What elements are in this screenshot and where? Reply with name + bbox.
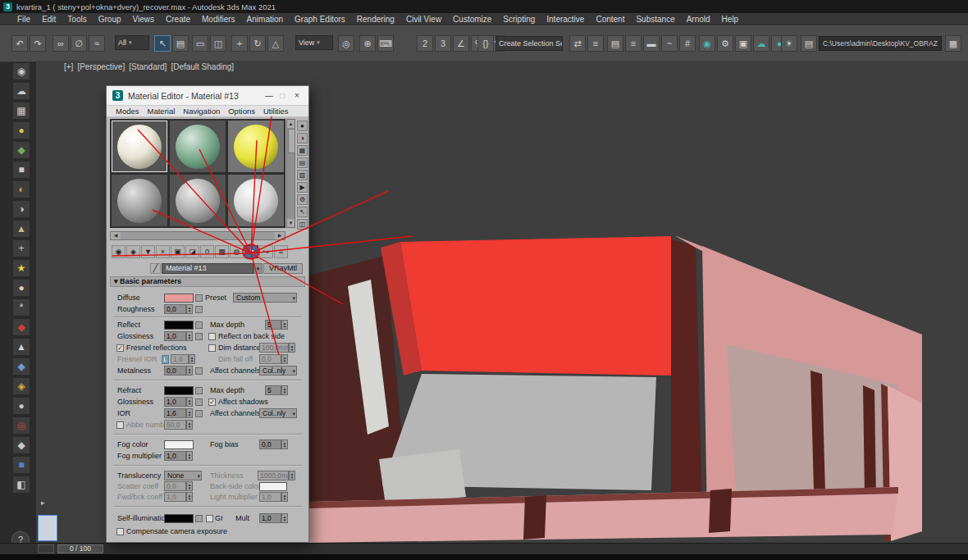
left-toolbar-icon-14[interactable]: ◆ [12, 318, 30, 336]
scroll-up-icon[interactable]: ▲ [287, 120, 295, 128]
fresnel-reflections-checkbox[interactable] [116, 344, 124, 352]
roughness-map-button[interactable] [195, 306, 203, 313]
viewport-plus-menu[interactable]: [+] [64, 62, 73, 71]
angle-snap-icon[interactable]: ∠ [453, 35, 469, 52]
left-toolbar-icon-16[interactable]: ◆ [12, 357, 30, 376]
fwd-bck-coeff-field[interactable]: 1,0 [164, 492, 186, 502]
select-object-icon[interactable]: ↖ [154, 35, 171, 52]
video-color-check-icon[interactable]: ▥ [297, 170, 308, 180]
reflect-glossiness-spinner[interactable]: ▴▾ [186, 331, 193, 341]
me-menu-material[interactable]: Material [144, 107, 180, 116]
metalness-field[interactable]: 0,0 [164, 366, 186, 376]
ior-field[interactable]: 1,6 [164, 408, 186, 418]
menu-tools[interactable]: Tools [62, 15, 92, 24]
project-path-field[interactable]: C:\Users\admin\Desktop\KV_OBRAZ [819, 36, 942, 51]
self-illumination-swatch[interactable] [164, 514, 194, 523]
left-toolbar-icon-7[interactable]: ◐ [12, 180, 30, 198]
abbe-number-spinner[interactable]: ▴▾ [186, 420, 193, 430]
dim-distance-spinner[interactable]: ▴▾ [289, 343, 295, 353]
metalness-spinner[interactable]: ▴▾ [186, 366, 193, 376]
reflect-map-button[interactable] [195, 321, 203, 329]
keyboard-override-icon[interactable]: ⌨ [377, 35, 394, 52]
reference-coordinate-dropdown[interactable]: View▾ [295, 35, 333, 50]
time-slider-handle[interactable]: 0 / 100 [57, 544, 103, 553]
sample-vertical-scrollbar[interactable]: ▲ ▼ [286, 119, 295, 228]
get-material-icon[interactable]: ◉ [112, 245, 126, 258]
material-sample-slot-3[interactable] [228, 121, 284, 172]
menu-animation[interactable]: Animation [241, 15, 289, 24]
thickness-spinner[interactable]: ▴▾ [289, 471, 295, 480]
refract-max-depth-field[interactable]: 5 [265, 385, 281, 395]
fog-color-swatch[interactable] [164, 440, 194, 449]
select-by-material-icon[interactable]: ↖ [297, 207, 308, 217]
refract-map-button[interactable] [195, 387, 203, 394]
fog-multiplier-spinner[interactable]: ▴▾ [186, 451, 193, 461]
refract-glossiness-field[interactable]: 1,0 [164, 397, 186, 407]
material-type-button[interactable]: VRayMtl [263, 263, 303, 274]
left-toolbar-icon-11[interactable]: ★ [12, 259, 30, 277]
left-toolbar-icon-22[interactable]: ◧ [12, 476, 30, 494]
show-end-result-icon[interactable]: ◍ [230, 245, 244, 258]
refract-glossiness-spinner[interactable]: ▴▾ [186, 397, 193, 407]
selection-set-dropdown[interactable]: Create Selection Se▾ [495, 36, 563, 51]
window-crossing-icon[interactable]: ◫ [210, 35, 226, 52]
select-and-manipulate-icon[interactable]: ⊕ [359, 35, 376, 52]
menu-modifiers[interactable]: Modifiers [196, 15, 241, 24]
menu-create[interactable]: Create [160, 15, 196, 24]
rendered-frame-icon[interactable]: ▣ [735, 35, 751, 52]
fresnel-ior-field[interactable]: 1,6 [171, 354, 189, 364]
left-toolbar-icon-18[interactable]: ● [12, 397, 30, 415]
go-to-parent-icon[interactable]: ↪ [259, 245, 273, 258]
scroll-left-icon[interactable]: ◀ [111, 232, 121, 239]
affect-shadows-checkbox[interactable] [208, 398, 216, 406]
dim-fall-off-spinner[interactable]: ▴▾ [281, 354, 288, 364]
lighting-analysis-icon[interactable]: ☀ [781, 35, 797, 52]
menu-customize[interactable]: Customize [447, 15, 497, 24]
me-menu-navigation[interactable]: Navigation [179, 107, 224, 116]
redo-icon[interactable]: ↷ [30, 35, 46, 52]
left-toolbar-icon-5[interactable]: ◆ [12, 141, 30, 159]
sample-horizontal-scrollbar[interactable]: ◀ ▶ [110, 231, 285, 240]
left-toolbar-icon-6[interactable]: ■ [12, 161, 30, 179]
make-preview-icon[interactable]: ▶ [297, 182, 308, 193]
light-multiplier-field[interactable]: 1,0 [259, 492, 281, 502]
light-multiplier-spinner[interactable]: ▴▾ [281, 492, 288, 502]
back-side-color-swatch[interactable] [259, 482, 287, 491]
left-toolbar-icon-2[interactable]: ☁ [12, 82, 30, 100]
left-toolbar-icon-15[interactable]: ▲ [12, 338, 30, 356]
unlink-selection-icon[interactable]: ∅ [71, 35, 87, 52]
reflect-max-depth-field[interactable]: 5 [265, 320, 281, 330]
menu-civil-view[interactable]: Civil View [400, 15, 447, 24]
toolbar-scroll-arrow[interactable]: ▸ [41, 499, 45, 507]
preset-dropdown[interactable]: Custom▾ [233, 293, 297, 303]
fog-bias-field[interactable]: 0,0 [259, 439, 281, 449]
left-toolbar-icon-19[interactable]: ◎ [12, 417, 30, 435]
left-toolbar-icon-8[interactable]: ◑ [12, 200, 30, 218]
me-menu-options[interactable]: Options [224, 107, 259, 116]
ior-spinner[interactable]: ▴▾ [186, 408, 193, 418]
reflect-max-depth-spinner[interactable]: ▴▾ [281, 320, 288, 330]
abbe-number-field[interactable]: 50,0 [164, 420, 186, 430]
menu-rendering[interactable]: Rendering [351, 15, 400, 24]
reflect-color-swatch[interactable] [164, 321, 194, 330]
me-menu-modes[interactable]: Modes [112, 107, 144, 116]
show-map-in-viewport-icon[interactable]: ▦ [215, 245, 229, 258]
selection-region-icon[interactable]: ▭ [192, 35, 208, 52]
scroll-right-icon[interactable]: ▶ [275, 232, 285, 239]
roughness-spinner[interactable]: ▴▾ [186, 304, 193, 314]
menu-group[interactable]: Group [93, 15, 127, 24]
fwd-bck-coeff-spinner[interactable]: ▴▾ [186, 492, 193, 502]
reflect-glossiness-map-button[interactable] [195, 333, 203, 340]
maximize-icon[interactable]: □ [276, 89, 289, 102]
minimize-icon[interactable]: — [263, 89, 276, 102]
menu-interactive[interactable]: Interactive [541, 15, 590, 24]
left-toolbar-icon-3[interactable]: ▦ [12, 102, 30, 120]
fresnel-ior-lock-button[interactable]: L [162, 355, 169, 364]
reset-map-icon[interactable]: × [156, 245, 170, 258]
material-name-dropdown-icon[interactable]: ▾ [253, 263, 263, 274]
diffuse-map-button[interactable] [195, 294, 203, 302]
render-setup-icon[interactable]: ⚙ [717, 35, 733, 52]
fog-multiplier-field[interactable]: 1,0 [164, 451, 186, 461]
scroll-down-icon[interactable]: ▼ [287, 219, 295, 227]
scatter-coeff-field[interactable]: 0,0 [164, 481, 186, 491]
